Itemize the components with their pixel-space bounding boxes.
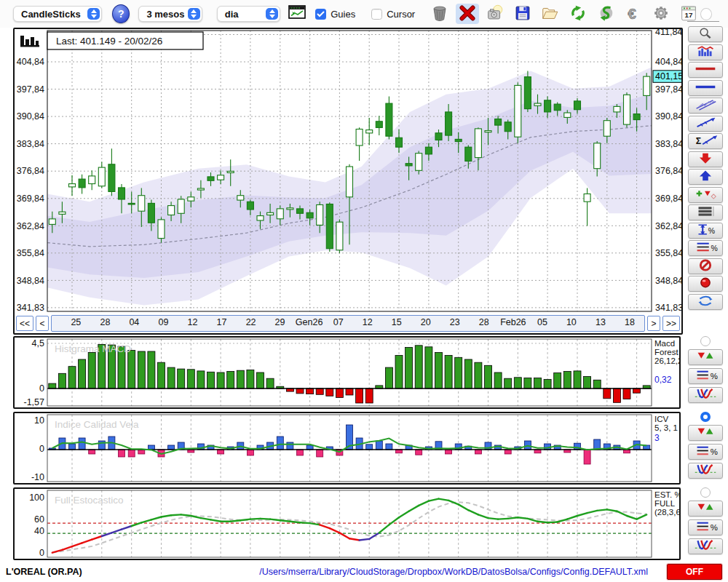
svg-text:5, 3, 1: 5, 3, 1 (654, 423, 678, 432)
svg-text:ICV: ICV (654, 415, 669, 423)
date-tick-label: 28 (479, 317, 489, 327)
off-button[interactable]: OFF (667, 564, 722, 580)
chart-window-icon[interactable] (288, 4, 306, 24)
tool-hline-red-button[interactable] (688, 62, 723, 78)
tool-measure-h-button[interactable]: % (688, 240, 723, 256)
window-circle-control[interactable] (700, 8, 712, 20)
nav-last-button[interactable]: >> (662, 316, 680, 331)
svg-text:Histgrama MACD: Histgrama MACD (55, 343, 131, 354)
curve-icon (689, 463, 721, 479)
svg-text:376,84: 376,84 (17, 166, 44, 176)
svg-text:397,84: 397,84 (17, 84, 44, 95)
stoch-percent-button[interactable]: % (688, 519, 723, 535)
chart-type-select[interactable]: CandleSticks (13, 6, 102, 22)
delete-button[interactable] (456, 4, 479, 24)
stoch-updown-button[interactable] (688, 501, 723, 517)
save-button[interactable] (511, 4, 534, 24)
svg-text:4,5: 4,5 (32, 338, 44, 348)
nav-first-button[interactable]: << (16, 316, 33, 331)
tool-measure-v-button[interactable]: % (688, 223, 723, 239)
tool-rows-button[interactable] (688, 204, 723, 220)
nav-prev-button[interactable]: < (36, 316, 49, 331)
screenshot-button[interactable] (483, 4, 507, 24)
tool-arrow-down-button[interactable] (688, 151, 723, 167)
date-tick-label: 09 (158, 317, 168, 327)
svg-text:FULL: FULL (654, 499, 676, 508)
svg-text:362,84: 362,84 (17, 221, 44, 231)
candlestick-chart[interactable]: Last: 401.149 - 20/02/26404,84404,84397,… (15, 29, 681, 317)
config-path[interactable]: /Users/mserra/Library/CloudStorage/Dropb… (259, 567, 648, 577)
svg-text:%: % (708, 226, 715, 234)
macd-plot[interactable]: Histgrama MACD4,50-1,57MacdForest26,12,2… (15, 338, 679, 407)
open-folder-button[interactable] (539, 4, 562, 24)
stoch-plot[interactable]: Full Estocastico10060400EST. %FULL(28,3,… (15, 489, 679, 559)
icv-plot[interactable]: Indice Calidad Vela100-10ICV5, 3, 13 (15, 413, 679, 483)
icv-percent-button[interactable]: % (688, 444, 723, 460)
undo-button[interactable] (594, 4, 617, 24)
icv-curve-button[interactable] (688, 463, 723, 479)
trash-button[interactable] (428, 4, 451, 24)
mini-chart-icon (689, 44, 721, 60)
macd-radio[interactable] (700, 336, 711, 346)
stoch-curve-button[interactable] (688, 538, 723, 554)
svg-text:355,84: 355,84 (655, 248, 681, 258)
euro-button[interactable]: € (622, 4, 645, 24)
tool-markers-button[interactable] (688, 187, 723, 203)
date-tick-label: 20 (421, 317, 431, 327)
euro-icon: € (623, 4, 644, 25)
tool-swap-button[interactable] (688, 294, 723, 310)
date-tick-strip[interactable]: 2528040912172229Gen26071215202328Feb2605… (51, 315, 645, 332)
macd-percent-button[interactable]: % (688, 368, 723, 384)
refresh-button[interactable] (566, 4, 590, 24)
icv-updown-button[interactable] (688, 425, 723, 441)
tool-hline-blue-button[interactable] (688, 80, 723, 96)
macd-controls: % (685, 336, 726, 403)
app-window: CandleSticks ? 3 mesos dia Guies Cursor … (0, 0, 728, 582)
chart-type-value: CandleSticks (21, 9, 81, 20)
main-chart-panel: Last: 401.149 - 20/02/26404,84404,84397,… (13, 28, 683, 335)
icv-radio[interactable] (700, 412, 711, 422)
screenshot-icon (485, 4, 505, 25)
macd-updown-button[interactable] (688, 349, 723, 365)
nav-next-button[interactable]: > (647, 316, 660, 331)
help-button[interactable]: ? (112, 4, 130, 23)
interval-select[interactable]: dia (217, 6, 280, 22)
svg-text:Indice Calidad Vela: Indice Calidad Vela (55, 419, 139, 430)
tool-record-button[interactable] (688, 276, 723, 292)
channel-icon (689, 97, 721, 113)
tool-arrow-up-button[interactable] (688, 169, 723, 185)
arrow-up-icon (689, 169, 721, 185)
svg-text:0: 0 (39, 548, 44, 558)
svg-text:362,84: 362,84 (655, 221, 681, 231)
svg-text:369,84: 369,84 (17, 194, 44, 204)
period-select[interactable]: 3 mesos (138, 6, 202, 22)
tool-sigma-trend-button[interactable]: Σ (688, 133, 723, 149)
tool-mini-chart-button[interactable] (688, 44, 723, 60)
svg-text:411,84: 411,84 (655, 29, 681, 37)
svg-text:€: € (628, 4, 637, 21)
refresh-icon (568, 4, 588, 25)
status-bar: L'OREAL (OR.PA) /Users/mserra/Library/Cl… (0, 562, 728, 582)
settings-button[interactable] (649, 4, 673, 24)
tool-zoom-button[interactable] (688, 26, 723, 42)
guies-checkbox[interactable] (315, 9, 326, 20)
tool-channel-button[interactable] (688, 97, 723, 113)
svg-text:341,83: 341,83 (655, 303, 681, 313)
tool-trendline-button[interactable] (688, 116, 723, 132)
tool-forbid-button[interactable] (688, 258, 723, 274)
date-tick-label: 25 (71, 317, 81, 327)
candlestick-plot[interactable]: Last: 401.149 - 20/02/26404,84404,84397,… (15, 29, 681, 314)
stochastic-panel: Full Estocastico10060400EST. %FULL(28,3,… (13, 487, 681, 560)
rows-icon (689, 204, 721, 220)
cursor-checkbox[interactable] (371, 9, 382, 20)
date-tick-label: Gen26 (296, 317, 323, 327)
svg-text:-10: -10 (31, 472, 44, 482)
macd-curve-button[interactable] (688, 387, 723, 403)
date-tick-label: 18 (625, 317, 635, 327)
svg-text:0,32: 0,32 (654, 375, 672, 385)
date-tick-label: 12 (188, 317, 198, 327)
date-tick-label: 07 (333, 317, 344, 327)
stoch-radio[interactable] (700, 487, 711, 498)
svg-text:60: 60 (34, 514, 44, 525)
svg-text:390,84: 390,84 (17, 111, 44, 121)
